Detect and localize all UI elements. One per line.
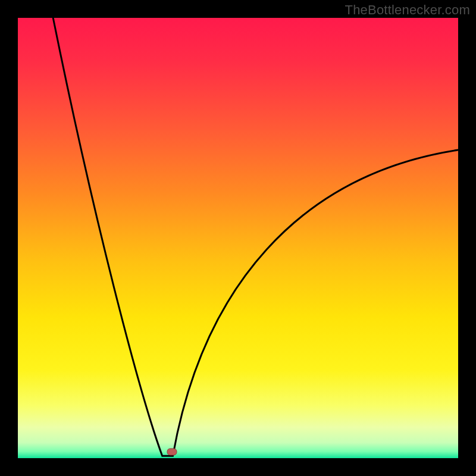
chart-frame: TheBottlenecker.com [0, 0, 476, 476]
optimum-marker [167, 449, 177, 455]
watermark-text: TheBottlenecker.com [345, 2, 470, 18]
plot-area [18, 18, 458, 458]
chart-svg [18, 18, 458, 458]
gradient-background [18, 18, 458, 458]
